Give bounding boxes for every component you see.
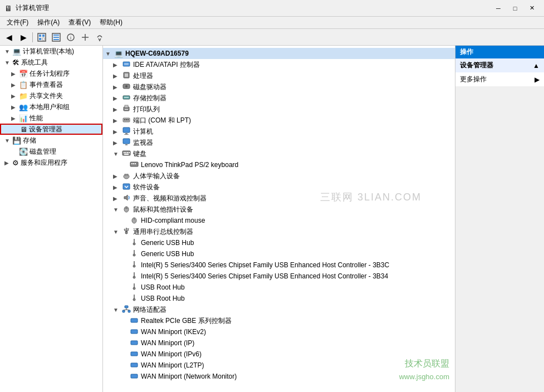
event-label: 事件查看器 [30,80,63,90]
toolbar-btn1[interactable] [35,31,48,43]
close-button[interactable]: ✕ [524,3,540,14]
device-usb-group[interactable]: ▼ 通用串行总线控制器 [103,226,455,237]
wanl2tp-arrow [121,362,129,369]
left-local-users[interactable]: ▶ 👥 本地用户和组 [0,101,102,112]
right-panel: 操作 设备管理器 ▲ 更多操作 ▶ [455,46,544,392]
action-more[interactable]: 更多操作 ▶ [455,72,544,86]
left-event-viewer[interactable]: ▶ 📋 事件查看器 [0,79,102,90]
device-audio[interactable]: ▶ 声音、视频和游戏控制器 [103,193,455,204]
hid-label: 人体学输入设备 [133,171,180,181]
ide-icon [122,60,131,70]
device-wan-ip[interactable]: WAN Miniport (IP) [103,337,455,349]
toolbar-btn5[interactable] [93,31,106,43]
left-performance[interactable]: ▶ 📊 性能 [0,112,102,124]
svg-point-58 [133,298,135,301]
device-hid-mouse[interactable]: HID-compliant mouse [103,215,455,226]
left-services[interactable]: ▶ ⚙ 服务和应用程序 [0,157,102,168]
maximize-button[interactable]: □ [507,3,523,14]
device-ide[interactable]: ▶ IDE ATA/ATAPI 控制器 [103,59,455,70]
device-storage-ctrl[interactable]: ▶ 存储控制器 [103,92,455,104]
svg-rect-2 [42,35,45,37]
svg-point-54 [133,254,135,256]
device-generic-usb2[interactable]: Generic USB Hub [103,248,455,259]
device-wan-l2tp[interactable]: WAN Miniport (L2TP) [103,360,455,371]
wanip-arrow [121,340,129,346]
usbroot2-arrow [121,296,129,302]
minimize-button[interactable]: ─ [491,3,506,14]
device-print[interactable]: ▶ 打印队列 [103,104,455,115]
usbhub1-icon [130,238,139,248]
lenovokb-icon [130,160,139,170]
left-device-manager[interactable]: 🖥 设备管理器 [0,124,102,135]
usbroot2-icon [130,293,139,304]
toolbar-btn3[interactable]: i [64,31,77,43]
title-bar: 🖥 计算机管理 ─ □ ✕ [0,0,544,17]
left-shared-folder[interactable]: ▶ 📁 共享文件夹 [0,90,102,101]
svg-point-23 [124,119,125,120]
svg-rect-1 [39,35,41,37]
svg-rect-12 [124,63,129,65]
device-lenovo-kb[interactable]: Lenovo ThinkPad PS/2 keyboard [103,159,455,170]
device-intel-usb2[interactable]: Intel(R) 5 Series/3400 Series Chipset Fa… [103,271,455,282]
usbgroup-icon [122,227,131,237]
intelusb1-arrow [121,262,129,268]
title-bar-left: 🖥 计算机管理 [4,3,49,13]
svg-line-63 [124,310,126,310]
device-tree: ▼ 💻 HQEW-C69AD16579 ▶ IDE ATA/ATAPI 控制器 … [103,46,455,384]
toolbar-btn4[interactable] [79,31,92,43]
svg-rect-27 [125,133,128,134]
svg-point-52 [125,232,128,234]
device-computer[interactable]: ▶ 计算机 [103,126,455,137]
wanipv6-label: WAN Miniport (IPv6) [141,350,202,358]
share-icon: 📁 [19,92,28,100]
left-system-tools[interactable]: ▼ 🛠 系统工具 [0,57,102,68]
device-network[interactable]: ▼ 网络适配器 [103,304,455,315]
users-icon: 👥 [19,103,28,111]
software-arrow: ▶ [113,184,121,190]
device-wan-netmon[interactable]: WAN Miniport (Network Monitor) [103,371,455,382]
device-mouse-group[interactable]: ▼ 鼠标和其他指针设备 [103,204,455,215]
audio-label: 声音、视频和游戏控制器 [133,194,207,203]
device-usb-root1[interactable]: USB Root Hub [103,282,455,293]
svg-rect-36 [124,154,129,155]
toolbar-forward[interactable]: ▶ [17,31,30,43]
toolbar-btn2[interactable] [50,31,63,43]
svg-rect-68 [131,352,138,356]
svg-rect-34 [127,152,128,153]
svg-point-25 [128,119,129,120]
device-monitor[interactable]: ▶ 监视器 [103,137,455,148]
menu-file[interactable]: 文件(F) [2,17,33,28]
toolbar-sep1 [32,32,33,42]
device-realtek[interactable]: Realtek PCIe GBE 系列控制器 [103,315,455,326]
device-keyboard[interactable]: ▼ 键盘 [103,148,455,159]
net-icon [122,305,131,315]
svg-rect-8 [53,39,59,40]
device-software[interactable]: ▶ 软件设备 [103,182,455,193]
menu-action[interactable]: 操作(A) [33,17,64,28]
device-ports[interactable]: ▶ 端口 (COM 和 LPT) [103,115,455,126]
users-label: 本地用户和组 [30,102,70,112]
action-device-manager[interactable]: 设备管理器 ▲ [455,58,544,72]
left-disk-mgmt[interactable]: 💽 磁盘管理 [0,146,102,157]
menu-help[interactable]: 帮助(H) [95,17,127,28]
device-wan-ikev2[interactable]: WAN Miniport (IKEv2) [103,326,455,337]
menu-view[interactable]: 查看(V) [64,17,95,28]
device-usb-root2[interactable]: USB Root Hub [103,293,455,304]
device-intel-usb1[interactable]: Intel(R) 5 Series/3400 Series Chipset Fa… [103,259,455,271]
lenovokb-arrow [121,162,129,168]
device-generic-usb1[interactable]: Generic USB Hub [103,237,455,248]
tree-root[interactable]: ▼ 💻 计算机管理(本地) [0,46,102,57]
event-arrow: ▶ [11,82,18,88]
device-cpu[interactable]: ▶ 处理器 [103,70,455,81]
device-hid[interactable]: ▶ 人体学输入设备 [103,170,455,182]
device-wan-ipv6[interactable]: WAN Miniport (IPv6) [103,349,455,360]
device-root-node[interactable]: ▼ 💻 HQEW-C69AD16579 [103,48,455,59]
usbhub2-arrow [121,251,129,257]
toolbar-back[interactable]: ◀ [2,31,16,43]
wanikev2-icon [130,327,139,337]
hid-arrow: ▶ [113,173,121,179]
left-task-scheduler[interactable]: ▶ 📅 任务计划程序 [0,68,102,79]
left-storage[interactable]: ▼ 💾 存储 [0,135,102,146]
device-disk[interactable]: ▶ 磁盘驱动器 [103,81,455,92]
share-arrow: ▶ [11,93,18,99]
